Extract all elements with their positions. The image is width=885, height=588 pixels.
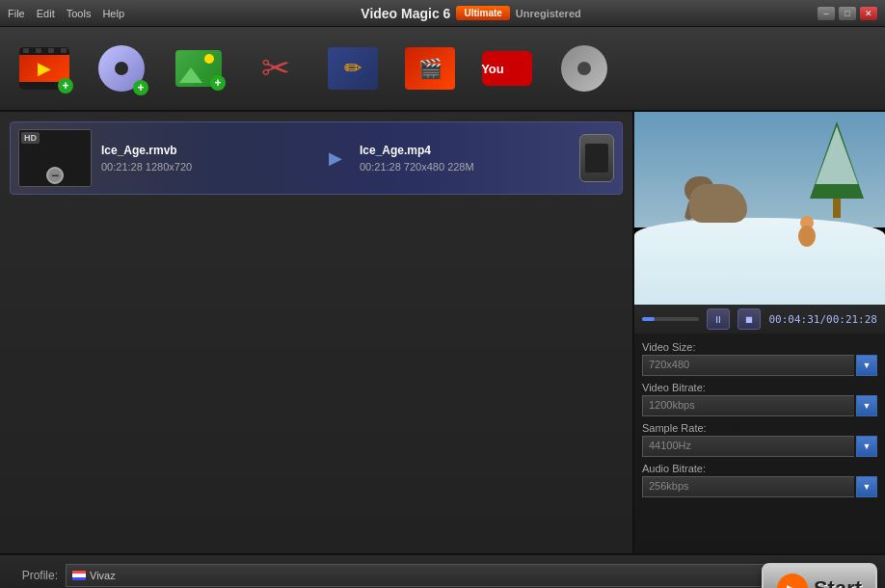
play-pause-button[interactable]: ⏸ [707,308,730,330]
menu-help[interactable]: Help [102,8,124,19]
menu-bar: File Edit Tools Help [8,8,124,19]
video-size-control: 720x480 ▼ [642,355,877,376]
preview-scene [634,112,885,305]
sample-rate-label: Sample Rate: [642,422,877,434]
close-button[interactable]: ✕ [860,7,877,20]
main-content: HD − Ice_Age.rmvb 00:21:28 1280x720 ▶ Ic… [0,112,885,553]
film-icon: ▶ [38,58,51,79]
video-size-dropdown[interactable]: ▼ [856,355,877,376]
scene-ground [634,218,885,305]
video-bitrate-control: 1200kbps ▼ [642,395,877,416]
app-title-group: Video Magic 6 Ultimate Unregistered [361,6,580,21]
registration-status: Unregistered [516,8,581,19]
video-bitrate-dropdown[interactable]: ▼ [856,395,877,416]
add-dvd-badge: + [133,80,148,95]
bottom-section: Profile: Vivaz ▼ Setting Output: D:\My D… [0,553,885,588]
audio-bitrate-input[interactable]: 256kbps [642,476,854,497]
video-size-label: Video Size: [642,341,877,353]
burn-button[interactable] [550,34,619,103]
scissors-icon: ✂ [261,48,290,89]
add-video-button[interactable]: ▶ + [10,34,79,103]
player-controls: ⏸ ⏹ 00:04:31/00:21:28 [634,305,885,334]
sample-rate-dropdown[interactable]: ▼ [856,436,877,457]
audio-bitrate-control: 256kbps ▼ [642,476,877,497]
minimize-button[interactable]: – [818,7,835,20]
window-controls: – □ ✕ [818,7,877,20]
burn-disc-icon [561,45,607,92]
menu-tools[interactable]: Tools [67,8,92,19]
sample-rate-input[interactable]: 44100Hz [642,436,854,457]
scene-squirrel [798,213,822,247]
progress-track[interactable] [642,317,699,321]
start-icon: ▶ [777,574,808,588]
menu-file[interactable]: File [8,8,25,19]
remove-file-button[interactable]: − [46,167,64,184]
add-dvd-button[interactable]: + [87,34,156,103]
maximize-button[interactable]: □ [839,7,856,20]
title-bar: File Edit Tools Help Video Magic 6 Ultim… [0,0,885,27]
effect-button[interactable]: ✏ [318,34,388,103]
profile-flag-icon [72,571,86,580]
edit-pencil-icon: ✏ [344,56,362,81]
input-filename: Ice_Age.rmvb [101,144,311,157]
menu-edit[interactable]: Edit [37,8,55,19]
app-title: Video Magic 6 [361,6,450,21]
progress-fill [642,317,655,321]
add-video-badge: + [58,78,73,94]
video-bitrate-row: Video Bitrate: 1200kbps ▼ [642,382,877,416]
settings-panel: Video Size: 720x480 ▼ Video Bitrate: 120… [634,334,885,553]
right-panel: ⏸ ⏹ 00:04:31/00:21:28 Video Size: 720x48… [634,112,885,553]
scene-mammoth [684,179,752,237]
preview-area [634,112,885,305]
audio-bitrate-label: Audio Bitrate: [642,463,877,474]
film-reel-icon: 🎬 [418,57,442,80]
sample-rate-control: 44100Hz ▼ [642,436,877,457]
youtube-icon: YouTube [482,51,532,86]
start-button[interactable]: ▶ Start [762,563,877,588]
video-size-input[interactable]: 720x480 [642,355,854,376]
hd-badge: HD [21,132,40,144]
audio-bitrate-dropdown[interactable]: ▼ [856,476,877,497]
file-output-info: Ice_Age.mp4 00:21:28 720x480 228M [360,144,570,173]
file-item: HD − Ice_Age.rmvb 00:21:28 1280x720 ▶ Ic… [10,121,623,195]
input-filemeta: 00:21:28 1280x720 [101,161,311,173]
bottom-controls: Profile: Vivaz ▼ Setting Output: D:\My D… [0,558,885,589]
start-button-container: ▶ Start [762,563,877,588]
file-thumbnail: HD − [18,129,92,187]
audio-bitrate-row: Audio Bitrate: 256kbps ▼ [642,463,877,497]
file-list-panel: HD − Ice_Age.rmvb 00:21:28 1280x720 ▶ Ic… [0,112,634,553]
add-photo-button[interactable]: + [164,34,233,103]
sample-rate-row: Sample Rate: 44100Hz ▼ [642,422,877,457]
profile-label: Profile: [10,569,58,582]
video-bitrate-input[interactable]: 1200kbps [642,395,854,416]
toolbar: ▶ + + + ✂ ✏ 🎬 [0,27,885,112]
output-filemeta: 00:21:28 720x480 228M [360,161,570,173]
profile-select[interactable]: Vivaz [66,564,781,587]
scene-tree [808,121,866,218]
video-size-row: Video Size: 720x480 ▼ [642,341,877,376]
video-bitrate-label: Video Bitrate: [642,382,877,393]
start-label: Start [814,576,862,588]
profile-value: Vivaz [90,570,116,581]
file-input-info: Ice_Age.rmvb 00:21:28 1280x720 [101,144,311,173]
profile-row: Profile: Vivaz ▼ Setting [10,564,875,587]
add-photo-badge: + [210,75,226,91]
arrow-divider: ▶ [321,147,350,169]
youtube-button[interactable]: YouTube [472,34,542,103]
ultimate-badge: Ultimate [456,6,509,20]
device-icon [579,134,614,182]
cut-button[interactable]: ✂ [241,34,310,103]
film-button[interactable]: 🎬 [395,34,465,103]
time-display: 00:04:31/00:21:28 [768,313,877,326]
stop-button[interactable]: ⏹ [738,308,761,330]
output-filename: Ice_Age.mp4 [360,144,570,157]
